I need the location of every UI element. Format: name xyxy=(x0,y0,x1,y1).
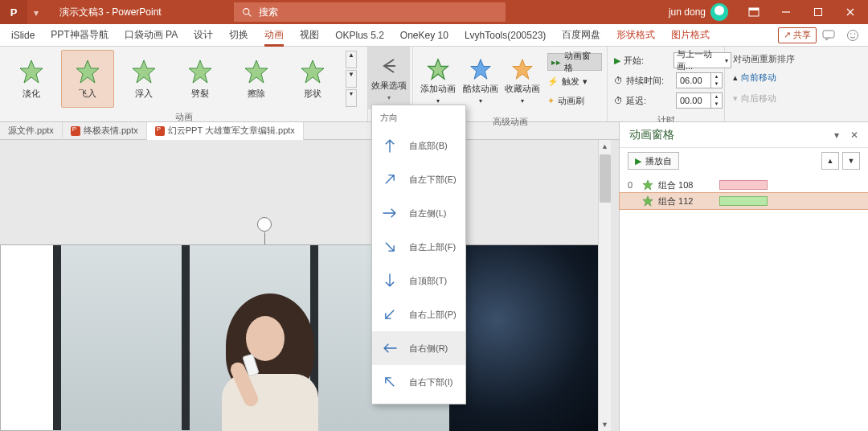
ribbon-display-icon[interactable] xyxy=(739,0,768,24)
play-from-button[interactable]: ▶播放自 xyxy=(628,152,679,170)
direction-label: 自左上部(F) xyxy=(409,241,456,253)
tab-lvyhtools[interactable]: LvyhTools(200523) xyxy=(457,24,554,47)
tab-pocket-anim[interactable]: 口袋动画 PA xyxy=(117,24,186,47)
move-earlier-button[interactable]: ▴向前移动 xyxy=(733,68,776,86)
inserted-image[interactable] xyxy=(1,245,610,430)
anim-split[interactable]: 劈裂 xyxy=(174,50,227,108)
tab-animations[interactable]: 动画 xyxy=(256,24,292,47)
arrow-up-icon xyxy=(380,136,399,155)
search-box[interactable]: 搜索 xyxy=(234,2,506,22)
move-down-button[interactable]: ▼ xyxy=(842,152,860,170)
app-icon: P xyxy=(0,0,27,24)
title-bar: P ▾ 演示文稿3 - PowerPoint 搜索 jun dong xyxy=(0,0,868,24)
gallery-more-icon[interactable]: ▾ xyxy=(346,89,357,107)
anim-index: 0 xyxy=(628,180,637,190)
svg-point-10 xyxy=(850,33,852,35)
animpane-options-icon[interactable]: ▾ xyxy=(834,129,839,141)
cool-animation-button[interactable]: 酷炫动画▾ xyxy=(460,50,500,113)
direction-option-upright[interactable]: 自左下部(E) xyxy=(372,162,465,196)
doctab-1[interactable]: 源文件.pptx xyxy=(0,122,63,140)
anim-shape[interactable]: 形状 xyxy=(286,50,339,108)
tab-view[interactable]: 视图 xyxy=(292,24,327,47)
svg-rect-3 xyxy=(749,8,759,10)
ppt-icon xyxy=(71,126,80,136)
anim-fade[interactable]: 淡化 xyxy=(5,50,58,108)
menu-header: 方向 xyxy=(372,109,465,129)
tab-baidu[interactable]: 百度网盘 xyxy=(554,24,608,47)
add-animation-button[interactable]: 添加动画▾ xyxy=(418,50,458,113)
anim-floatin[interactable]: 浮入 xyxy=(117,50,170,108)
share-button[interactable]: ↗ 共享 xyxy=(778,27,817,43)
arrow-downright-icon xyxy=(380,237,399,257)
arrow-left-icon xyxy=(378,55,400,77)
reorder-label: 对动画重新排序 xyxy=(733,53,795,65)
ribbon-tabs: iSlide PPT神器导航 口袋动画 PA 设计 切换 动画 视图 OKPlu… xyxy=(0,24,868,47)
effect-options-button[interactable]: 效果选项 ▾ xyxy=(368,47,410,109)
tab-ppt-tools[interactable]: PPT神器导航 xyxy=(43,24,116,47)
avatar xyxy=(710,3,728,21)
move-later-button: ▾向后移动 xyxy=(733,89,776,107)
direction-option-right[interactable]: 自左侧(L) xyxy=(372,196,465,230)
move-up-button[interactable]: ▲ xyxy=(821,152,839,170)
direction-option-upleft[interactable]: 自右下部(I) xyxy=(372,365,465,399)
smiley-icon[interactable] xyxy=(841,24,865,47)
anim-timeline-bar[interactable] xyxy=(719,180,768,190)
doctab-3[interactable]: 幻云PPT 大雄董军文章编辑.pptx xyxy=(147,122,304,140)
favorite-animation-button[interactable]: 收藏动画▾ xyxy=(502,50,542,113)
slide-canvas[interactable] xyxy=(0,244,611,431)
scroll-thumb[interactable] xyxy=(600,154,611,203)
direction-label: 自顶部(T) xyxy=(409,275,447,287)
maximize-button[interactable] xyxy=(804,0,833,24)
anim-flyin[interactable]: 飞入 xyxy=(61,50,114,108)
direction-option-up[interactable]: 自底部(B) xyxy=(372,129,465,162)
minimize-button[interactable] xyxy=(772,0,800,24)
anim-name: 组合 108 xyxy=(658,179,714,191)
comments-icon[interactable] xyxy=(817,24,841,47)
tab-onekey[interactable]: OneKey 10 xyxy=(392,24,457,47)
arrow-down-icon xyxy=(380,271,399,290)
direction-option-downright[interactable]: 自左上部(F) xyxy=(372,230,465,264)
scroll-down-icon[interactable]: ▼ xyxy=(599,418,611,431)
scroll-up-icon[interactable]: ▲ xyxy=(599,140,611,153)
animation-painter-button[interactable]: ✦动画刷 xyxy=(547,92,602,109)
delay-spin[interactable]: 00.00▲▼ xyxy=(676,92,723,109)
direction-option-down[interactable]: 自顶部(T) xyxy=(372,264,465,298)
effect-direction-menu: 方向 自底部(B)自左下部(E)自左侧(L)自左上部(F)自顶部(T)自右上部(… xyxy=(371,105,466,404)
doctab-2[interactable]: 终极表情.pptx xyxy=(63,122,147,140)
anim-wipe[interactable]: 擦除 xyxy=(230,50,283,108)
duration-spin[interactable]: 06.00▲▼ xyxy=(676,72,723,88)
gallery-down-icon[interactable]: ▼ xyxy=(346,70,357,88)
green-star-icon xyxy=(642,195,653,207)
group-label-animation: 动画 xyxy=(0,111,367,124)
search-placeholder: 搜索 xyxy=(259,6,278,19)
close-button[interactable] xyxy=(836,0,865,24)
animation-pane-button[interactable]: ▸▸动画窗格 xyxy=(547,53,602,71)
start-combo[interactable]: 与上一动画...▾ xyxy=(674,52,731,68)
tab-picture-format[interactable]: 图片格式 xyxy=(663,24,718,47)
trigger-button[interactable]: ⚡触发 ▾ xyxy=(547,72,602,90)
user-account[interactable]: jun dong xyxy=(669,3,728,21)
direction-option-left[interactable]: 自右侧(R) xyxy=(372,331,465,365)
tab-islide[interactable]: iSlide xyxy=(3,24,43,47)
rotate-handle[interactable] xyxy=(257,217,272,232)
document-title: 演示文稿3 - PowerPoint xyxy=(59,6,162,19)
anim-name: 组合 112 xyxy=(658,195,714,207)
qat-dropdown-icon[interactable]: ▾ xyxy=(34,7,43,17)
animpane-close-icon[interactable]: ✕ xyxy=(850,129,858,141)
arrow-downleft-icon xyxy=(380,305,399,324)
anim-timeline-bar[interactable] xyxy=(719,196,768,206)
green-star-icon xyxy=(642,179,653,191)
vertical-scrollbar[interactable]: ▲ ▼ xyxy=(598,140,611,431)
tab-design[interactable]: 设计 xyxy=(186,24,221,47)
animpane-title: 动画窗格 xyxy=(629,128,674,142)
anim-list-row[interactable]: 组合 112 xyxy=(620,193,868,209)
tab-okplus[interactable]: OKPlus 5.2 xyxy=(327,24,392,47)
animation-gallery[interactable]: 淡化 飞入 浮入 劈裂 擦除 形状 ▲ ▼ ▾ xyxy=(0,47,367,111)
tab-shape-format[interactable]: 形状格式 xyxy=(608,24,663,47)
anim-list-row[interactable]: 0组合 108 xyxy=(620,177,868,193)
tab-transitions[interactable]: 切换 xyxy=(221,24,256,47)
gallery-up-icon[interactable]: ▲ xyxy=(346,51,357,68)
direction-option-downleft[interactable]: 自右上部(P) xyxy=(372,298,465,331)
direction-label: 自右侧(R) xyxy=(409,343,448,355)
search-icon xyxy=(242,7,252,18)
